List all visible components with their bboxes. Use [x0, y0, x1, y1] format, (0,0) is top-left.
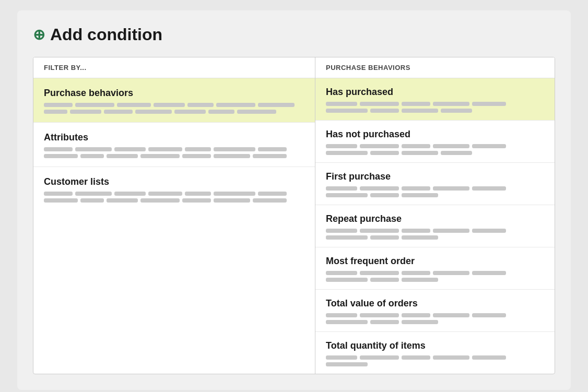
ph-line	[360, 229, 399, 233]
ph-line	[44, 103, 73, 107]
ph-line	[80, 198, 104, 203]
ph-line	[472, 355, 506, 360]
ph-line	[370, 193, 399, 197]
placeholder-lines-r7	[326, 355, 544, 366]
placeholder-lines-r2	[326, 144, 544, 155]
right-item-total-quantity-of-items[interactable]: Total quantity of items	[315, 332, 555, 374]
ph-line	[107, 198, 138, 203]
right-item-title: Most frequent order	[326, 256, 544, 267]
ph-line	[472, 144, 506, 148]
right-item-title: Total value of orders	[326, 298, 544, 309]
left-panel-header: FILTER BY...	[33, 57, 315, 78]
ph-line	[402, 229, 430, 233]
placeholder-lines-r3	[326, 186, 544, 197]
ph-line	[44, 147, 73, 151]
right-item-total-value-of-orders[interactable]: Total value of orders	[315, 290, 555, 332]
ph-line	[402, 355, 430, 360]
main-container: ⊕ Add condition FILTER BY... Purchase be…	[17, 10, 571, 390]
right-panel-header: PURCHASE BEHAVIORS	[315, 57, 555, 78]
ph-line	[214, 147, 255, 151]
ph-line	[253, 198, 287, 203]
ph-line	[433, 144, 469, 148]
ph-line	[433, 355, 469, 360]
ph-line	[75, 103, 114, 107]
right-item-title: Repeat purchase	[326, 213, 544, 224]
ph-line	[326, 313, 357, 317]
ph-line	[326, 235, 368, 240]
ph-line	[433, 102, 469, 106]
ph-line	[402, 151, 438, 155]
ph-line	[370, 151, 399, 155]
right-item-has-not-purchased[interactable]: Has not purchased	[315, 121, 555, 163]
ph-line	[182, 154, 211, 158]
ph-line	[114, 147, 146, 151]
placeholder-lines-2	[44, 147, 304, 158]
ph-line	[326, 186, 357, 191]
ph-line	[360, 186, 399, 191]
filter-item-customer-lists[interactable]: Customer lists	[33, 167, 315, 211]
ph-line	[70, 110, 101, 114]
right-item-title: First purchase	[326, 171, 544, 182]
ph-line	[216, 103, 255, 107]
ph-line	[326, 355, 357, 360]
add-icon: ⊕	[33, 28, 45, 42]
right-item-has-purchased[interactable]: Has purchased	[315, 78, 555, 121]
right-item-first-purchase[interactable]: First purchase	[315, 163, 555, 205]
ph-line	[187, 103, 214, 107]
ph-line	[258, 103, 295, 107]
ph-line	[154, 103, 185, 107]
ph-line	[402, 320, 438, 324]
ph-line	[402, 144, 430, 148]
filter-panel: FILTER BY... Purchase behaviors	[33, 57, 555, 374]
ph-line	[360, 355, 399, 360]
ph-line	[107, 154, 138, 158]
ph-line	[135, 110, 172, 114]
ph-line	[326, 151, 368, 155]
placeholder-lines-3	[44, 192, 304, 203]
ph-line	[472, 271, 506, 275]
ph-line	[360, 313, 399, 317]
ph-line	[402, 193, 438, 197]
filter-item-title: Attributes	[44, 132, 304, 143]
right-item-repeat-purchase[interactable]: Repeat purchase	[315, 205, 555, 247]
right-item-most-frequent-order[interactable]: Most frequent order	[315, 247, 555, 290]
ph-line	[370, 235, 399, 240]
ph-line	[472, 186, 506, 191]
left-panel: FILTER BY... Purchase behaviors	[33, 57, 315, 374]
ph-line	[326, 278, 368, 282]
right-item-title: Total quantity of items	[326, 340, 544, 351]
ph-line	[80, 154, 104, 158]
ph-line	[140, 198, 180, 203]
placeholder-lines-1	[44, 103, 304, 114]
ph-line	[326, 271, 357, 275]
ph-line	[185, 147, 211, 151]
ph-line	[326, 362, 368, 366]
ph-line	[326, 144, 357, 148]
ph-line	[208, 110, 234, 114]
filter-item-purchase-behaviors[interactable]: Purchase behaviors	[33, 78, 315, 123]
ph-line	[402, 313, 430, 317]
ph-line	[44, 154, 78, 158]
ph-line	[441, 109, 472, 113]
ph-line	[360, 144, 399, 148]
ph-line	[140, 154, 180, 158]
ph-line	[75, 192, 112, 196]
ph-line	[433, 229, 469, 233]
ph-line	[402, 186, 430, 191]
ph-line	[214, 192, 255, 196]
ph-line	[326, 109, 368, 113]
page-title: Add condition	[50, 25, 162, 44]
ph-line	[370, 109, 399, 113]
filter-item-title: Customer lists	[44, 176, 304, 187]
filter-item-attributes[interactable]: Attributes	[33, 123, 315, 167]
ph-line	[402, 109, 438, 113]
ph-line	[326, 193, 368, 197]
ph-line	[44, 198, 78, 203]
ph-line	[360, 271, 399, 275]
placeholder-lines-r5	[326, 271, 544, 282]
right-item-title: Has purchased	[326, 87, 544, 98]
ph-line	[402, 271, 430, 275]
ph-line	[433, 271, 469, 275]
ph-line	[326, 102, 357, 106]
filter-item-title: Purchase behaviors	[44, 88, 304, 99]
